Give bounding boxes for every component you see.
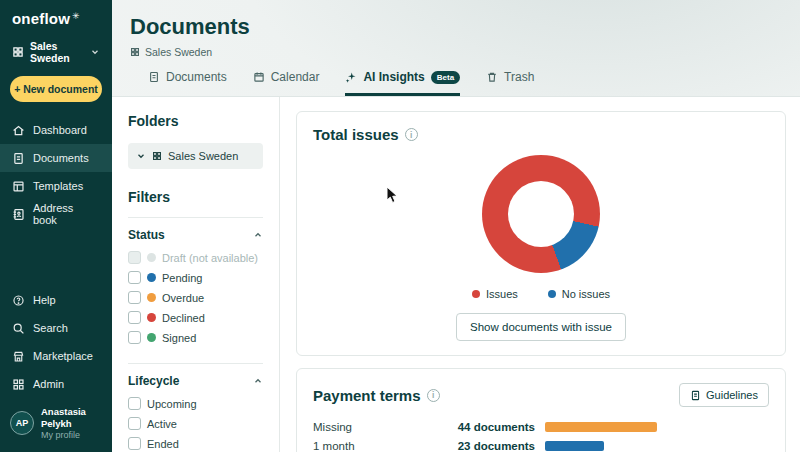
checkbox[interactable] (128, 437, 141, 450)
beta-badge: Beta (431, 71, 460, 84)
sidebar-item-label: Templates (33, 180, 83, 192)
sidebar-item-label: Dashboard (33, 124, 87, 136)
checkbox[interactable] (128, 311, 141, 324)
ai-sparkles-icon (345, 71, 357, 83)
document-icon (12, 152, 25, 165)
folders-title: Folders (128, 113, 263, 129)
oneflow-logo: oneflow ✳ (0, 10, 112, 36)
status-option-draft: Draft (not available) (128, 251, 263, 264)
tab-calendar[interactable]: Calendar (253, 70, 320, 96)
page-title: Documents (130, 14, 800, 40)
folder-item-sales-sweden[interactable]: Sales Sweden (128, 143, 263, 169)
tab-label: AI Insights (363, 70, 424, 84)
sidebar-item-search[interactable]: Search (0, 314, 112, 342)
status-dot (147, 333, 156, 342)
sidebar-item-marketplace[interactable]: Marketplace (0, 342, 112, 370)
checkbox[interactable] (128, 291, 141, 304)
payment-count: 23 documents (443, 440, 535, 452)
filter-panel: Folders Sales Sweden Filters Status (112, 97, 280, 452)
status-dot (147, 293, 156, 302)
option-label: Overdue (162, 292, 204, 304)
checkbox[interactable] (128, 397, 141, 410)
new-document-button[interactable]: + New document (10, 76, 102, 102)
tab-label: Trash (504, 70, 534, 84)
status-dot (147, 253, 156, 262)
calendar-icon (253, 71, 265, 83)
tab-label: Calendar (271, 70, 320, 84)
chevron-up-icon (253, 230, 263, 240)
checkbox[interactable] (128, 331, 141, 344)
sidebar-item-label: Documents (33, 152, 89, 164)
total-issues-donut (482, 155, 600, 273)
status-option-pending[interactable]: Pending (128, 271, 263, 284)
folder-label: Sales Sweden (168, 150, 238, 162)
sidebar-item-help[interactable]: Help (0, 286, 112, 314)
page-header: Documents Sales Sweden (112, 0, 800, 58)
profile-name: Anastasia Pelykh (41, 406, 102, 430)
sidebar-spacer (0, 228, 112, 286)
payment-count: 44 documents (443, 421, 535, 433)
option-label: Draft (not available) (162, 252, 258, 264)
total-issues-card: Total issues i Issues No issues (296, 111, 786, 356)
chevron-down-icon (136, 151, 146, 161)
chevron-down-icon (90, 47, 100, 57)
lifecycle-group-toggle[interactable]: Lifecycle (128, 374, 263, 388)
payment-terms-title: Payment terms (313, 387, 421, 404)
legend-item-no-issues: No issues (548, 288, 610, 300)
legend-label: Issues (486, 288, 518, 300)
option-label: Upcoming (147, 398, 197, 410)
lifecycle-option-upcoming[interactable]: Upcoming (128, 397, 263, 410)
info-icon[interactable]: i (427, 389, 440, 402)
info-icon[interactable]: i (405, 128, 418, 141)
dashboard-home-icon (12, 124, 25, 137)
tab-ai-insights[interactable]: AI Insights Beta (345, 70, 460, 96)
sidebar-item-documents[interactable]: Documents (0, 144, 112, 172)
payment-row[interactable]: Missing 44 documents (313, 417, 769, 436)
total-issues-title: Total issues (313, 126, 399, 143)
tab-label: Documents (166, 70, 227, 84)
avatar: AP (10, 411, 34, 435)
status-filter-group: Status Draft (not available) Pending (128, 217, 263, 363)
status-option-signed[interactable]: Signed (128, 331, 263, 344)
legend-label: No issues (562, 288, 610, 300)
search-icon (12, 322, 25, 335)
workspace-grid-icon (12, 46, 24, 58)
status-option-overdue[interactable]: Overdue (128, 291, 263, 304)
lifecycle-option-active[interactable]: Active (128, 417, 263, 430)
app-window: oneflow ✳ Sales Sweden + New document Da… (0, 0, 800, 452)
sidebar-item-address-book[interactable]: Address book (0, 200, 112, 228)
breadcrumb: Sales Sweden (130, 46, 800, 58)
status-group-toggle[interactable]: Status (128, 228, 263, 242)
tab-trash[interactable]: Trash (486, 70, 534, 96)
filters-title: Filters (128, 189, 263, 217)
tab-bar: Documents Calendar AI Insights Beta (112, 58, 800, 97)
legend-dot (548, 290, 556, 298)
profile-link[interactable]: AP Anastasia Pelykh My profile (0, 398, 112, 452)
sidebar-item-label: Search (33, 322, 68, 334)
sidebar-item-dashboard[interactable]: Dashboard (0, 116, 112, 144)
guidelines-button[interactable]: Guidelines (679, 383, 769, 407)
lifecycle-option-ended[interactable]: Ended (128, 437, 263, 450)
guidelines-label: Guidelines (706, 389, 758, 401)
status-option-declined[interactable]: Declined (128, 311, 263, 324)
checkbox[interactable] (128, 271, 141, 284)
payment-term-label: Missing (313, 421, 443, 433)
guidelines-doc-icon (690, 390, 701, 401)
workspace-selector[interactable]: Sales Sweden (0, 36, 112, 66)
sidebar-item-label: Help (33, 294, 56, 306)
marketplace-icon (12, 350, 25, 363)
payment-row[interactable]: 1 month 23 documents (313, 436, 769, 452)
tab-documents[interactable]: Documents (148, 70, 227, 96)
insights-column: Total issues i Issues No issues (280, 97, 800, 452)
status-dot (147, 273, 156, 282)
payment-terms-rows: Missing 44 documents 1 month 23 document… (313, 417, 769, 452)
show-documents-with-issue-button[interactable]: Show documents with issue (456, 313, 626, 341)
sidebar: oneflow ✳ Sales Sweden + New document Da… (0, 0, 112, 452)
chevron-up-icon (253, 376, 263, 386)
sidebar-item-templates[interactable]: Templates (0, 172, 112, 200)
content-area: Folders Sales Sweden Filters Status (112, 97, 800, 452)
profile-my-profile: My profile (41, 430, 102, 440)
sidebar-item-admin[interactable]: Admin (0, 370, 112, 398)
sidebar-item-label: Marketplace (33, 350, 93, 362)
checkbox[interactable] (128, 417, 141, 430)
